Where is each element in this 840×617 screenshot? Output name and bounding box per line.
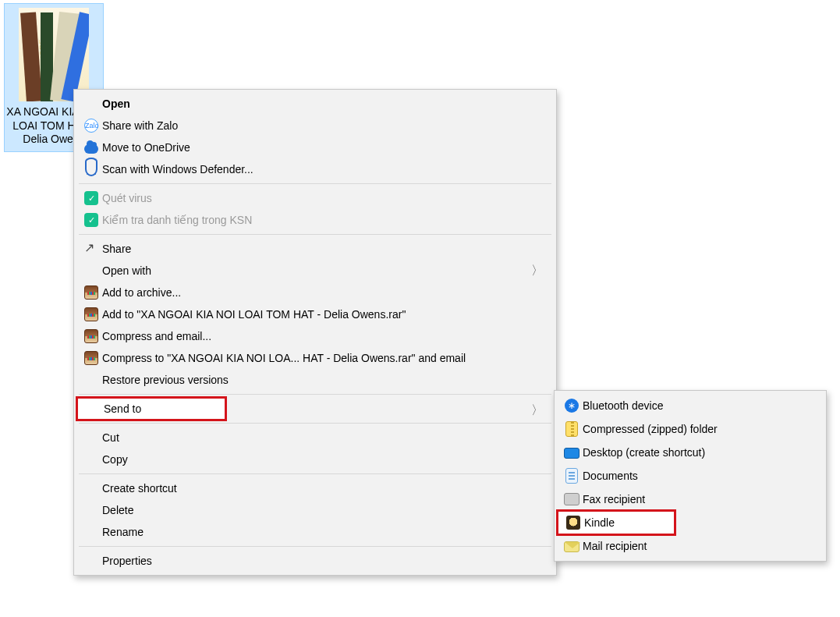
menu-item-open-with[interactable]: Open with 〉	[76, 260, 555, 282]
context-menu: Open Zalo Share with Zalo Move to OneDri…	[73, 89, 557, 576]
menu-item-share-zalo[interactable]: Zalo Share with Zalo	[76, 115, 555, 137]
menu-label: Mail recipient	[583, 540, 813, 552]
menu-label: Send to	[104, 402, 214, 415]
menu-label: Kiểm tra danh tiếng trong KSN	[102, 214, 544, 226]
onedrive-icon	[84, 144, 98, 154]
menu-label: Fax recipient	[583, 493, 813, 505]
send-to-bluetooth[interactable]: ∗ Bluetooth device	[556, 394, 824, 417]
menu-label: Kindle	[584, 516, 664, 529]
menu-label: Share with Zalo	[102, 119, 544, 132]
send-to-kindle[interactable]: Kindle	[558, 511, 675, 534]
defender-icon	[85, 162, 97, 176]
menu-label: Delete	[102, 504, 544, 516]
kaspersky-icon: ✓	[84, 213, 98, 227]
menu-label: Open	[102, 98, 544, 110]
menu-item-quet-virus-disabled: ✓ Quét virus	[76, 187, 555, 209]
desktop-icon	[564, 448, 579, 459]
menu-label: Properties	[102, 555, 544, 567]
menu-separator	[79, 234, 551, 235]
menu-label: Quét virus	[102, 192, 544, 204]
winrar-icon	[84, 307, 98, 321]
menu-separator	[79, 183, 551, 184]
menu-label: Documents	[583, 470, 813, 482]
menu-item-add-archive[interactable]: Add to archive...	[76, 282, 555, 303]
menu-separator	[79, 423, 551, 424]
menu-item-create-shortcut[interactable]: Create shortcut	[76, 477, 555, 499]
menu-item-share[interactable]: ↗ Share	[76, 238, 555, 260]
menu-item-delete[interactable]: Delete	[76, 499, 555, 521]
menu-item-copy[interactable]: Copy	[76, 449, 555, 470]
menu-label: Desktop (create shortcut)	[583, 446, 813, 459]
menu-separator	[79, 394, 551, 395]
menu-label: Bluetooth device	[583, 399, 813, 412]
menu-label: Compress to "XA NGOAI KIA NOI LOA... HAT…	[102, 352, 544, 364]
send-to-submenu: ∗ Bluetooth device Compressed (zipped) f…	[554, 390, 827, 562]
winrar-icon	[84, 285, 98, 300]
send-to-fax[interactable]: Fax recipient	[556, 488, 824, 511]
menu-item-send-to[interactable]: Send to	[77, 398, 225, 420]
documents-icon	[565, 468, 578, 484]
menu-label: Move to OneDrive	[102, 141, 544, 154]
send-to-documents[interactable]: Documents	[556, 464, 824, 488]
menu-label: Add to "XA NGOAI KIA NOI LOAI TOM HAT - …	[102, 308, 544, 321]
submenu-arrow-icon: 〉	[531, 263, 544, 279]
menu-separator	[79, 473, 551, 474]
zip-folder-icon	[565, 421, 578, 437]
menu-label: Add to archive...	[102, 286, 544, 299]
kaspersky-icon: ✓	[84, 191, 98, 205]
share-icon: ↗	[84, 242, 98, 256]
menu-label: Compressed (zipped) folder	[583, 423, 813, 435]
send-to-desktop-shortcut[interactable]: Desktop (create shortcut)	[556, 441, 824, 464]
menu-item-properties[interactable]: Properties	[76, 550, 555, 572]
send-to-mail[interactable]: Mail recipient	[556, 534, 824, 558]
menu-item-move-onedrive[interactable]: Move to OneDrive	[76, 137, 555, 158]
menu-item-open[interactable]: Open	[76, 93, 555, 115]
menu-item-ksn-disabled: ✓ Kiểm tra danh tiếng trong KSN	[76, 209, 555, 231]
menu-label: Create shortcut	[102, 482, 544, 495]
menu-label: Rename	[102, 526, 544, 538]
menu-item-rename[interactable]: Rename	[76, 521, 555, 543]
menu-item-restore-versions[interactable]: Restore previous versions	[76, 369, 555, 391]
fax-icon	[564, 493, 579, 505]
menu-label: Restore previous versions	[102, 374, 544, 386]
send-to-zipped-folder[interactable]: Compressed (zipped) folder	[556, 417, 824, 441]
bluetooth-icon: ∗	[565, 399, 579, 413]
menu-label: Scan with Windows Defender...	[102, 163, 544, 176]
menu-label: Copy	[102, 453, 544, 466]
menu-item-scan-defender[interactable]: Scan with Windows Defender...	[76, 158, 555, 180]
winrar-icon	[84, 351, 98, 365]
mail-icon	[564, 541, 579, 552]
menu-item-compress-rar-email[interactable]: Compress to "XA NGOAI KIA NOI LOA... HAT…	[76, 347, 555, 369]
menu-item-compress-email[interactable]: Compress and email...	[76, 325, 555, 347]
menu-item-add-to-rar[interactable]: Add to "XA NGOAI KIA NOI LOAI TOM HAT - …	[76, 303, 555, 325]
menu-label: Cut	[102, 431, 544, 444]
file-thumbnail	[19, 8, 89, 101]
submenu-arrow-icon: 〉	[531, 402, 544, 419]
zalo-icon: Zalo	[84, 119, 98, 133]
menu-separator	[79, 546, 551, 547]
kindle-icon	[566, 516, 580, 530]
menu-label: Open with	[102, 264, 531, 277]
winrar-icon	[84, 329, 98, 343]
menu-item-cut[interactable]: Cut	[76, 427, 555, 449]
menu-label: Share	[102, 243, 544, 255]
menu-label: Compress and email...	[102, 330, 544, 342]
